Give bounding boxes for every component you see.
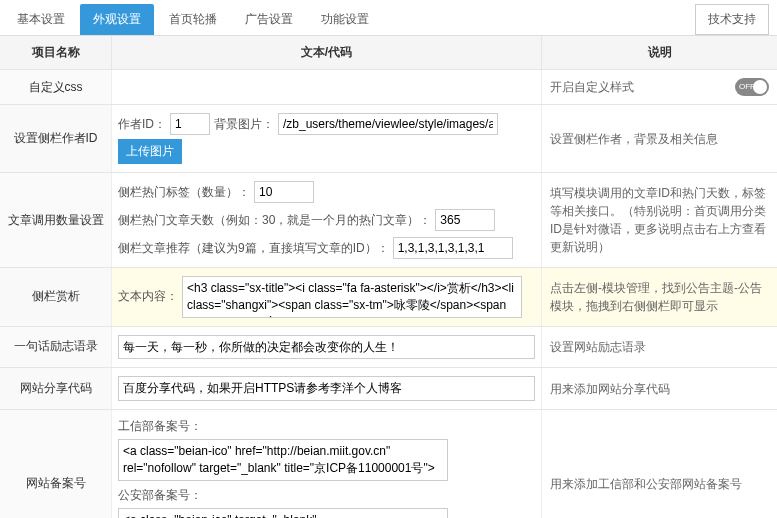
row-author-id: 设置侧栏作者ID 作者ID： 背景图片： 上传图片 设置侧栏作者，背景及相关信息 (0, 105, 777, 173)
label-quote: 一句话励志语录 (0, 327, 112, 368)
header-name: 项目名称 (0, 36, 112, 69)
label-author-id: 设置侧栏作者ID (0, 105, 112, 172)
textarea-quote[interactable] (118, 335, 535, 360)
tab-ads[interactable]: 广告设置 (232, 4, 306, 35)
label-sidebar-sx: 侧栏赏析 (0, 268, 112, 326)
desc-sidebar-sx: 点击左侧-模块管理，找到公告主题-公告模块，拖拽到右侧侧栏即可显示 (542, 268, 777, 326)
label-share-code: 网站分享代码 (0, 368, 112, 409)
input-bg-image[interactable] (278, 113, 498, 135)
tab-bar: 基本设置 外观设置 首页轮播 广告设置 功能设置 技术支持 (0, 0, 777, 36)
upload-image-button[interactable]: 上传图片 (118, 139, 182, 164)
label-author-id-field: 作者ID： (118, 116, 166, 133)
desc-article-count: 填写模块调用的文章ID和热门天数，标签等相关接口。（特别说明：首页调用分类ID是… (542, 173, 777, 267)
row-custom-css: 自定义css 开启自定义样式 OFF (0, 70, 777, 105)
tab-functions[interactable]: 功能设置 (308, 4, 382, 35)
row-beian: 网站备案号 工信部备案号： 公安部备案号： 用来添加工信部和公安部网站备案号 (0, 410, 777, 518)
desc-beian: 用来添加工信部和公安部网站备案号 (542, 410, 777, 518)
tech-support-button[interactable]: 技术支持 (695, 4, 769, 35)
row-sidebar-sx: 侧栏赏析 文本内容： 点击左侧-模块管理，找到公告主题-公告模块，拖拽到右侧侧栏… (0, 268, 777, 327)
row-article-count: 文章调用数量设置 侧栏热门标签（数量）： 侧栏热门文章天数（例如：30，就是一个… (0, 173, 777, 268)
textarea-gongan[interactable] (118, 508, 448, 518)
label-bg-image: 背景图片： (214, 116, 274, 133)
label-hot-tags: 侧栏热门标签（数量）： (118, 184, 250, 201)
label-sx-text: 文本内容： (118, 288, 178, 305)
header-desc: 说明 (542, 36, 777, 69)
input-author-id[interactable] (170, 113, 210, 135)
desc-author-id: 设置侧栏作者，背景及相关信息 (542, 105, 777, 172)
row-quote: 一句话励志语录 设置网站励志语录 (0, 327, 777, 369)
label-article-count: 文章调用数量设置 (0, 173, 112, 267)
textarea-share[interactable] (118, 376, 535, 401)
textarea-sx[interactable] (182, 276, 522, 318)
label-beian: 网站备案号 (0, 410, 112, 518)
label-gongan: 公安部备案号： (118, 487, 202, 504)
table-header: 项目名称 文本/代码 说明 (0, 36, 777, 70)
label-recommend-ids: 侧栏文章推荐（建议为9篇，直接填写文章的ID）： (118, 240, 389, 257)
header-content: 文本/代码 (112, 36, 542, 69)
tab-appearance[interactable]: 外观设置 (80, 4, 154, 35)
input-recommend-ids[interactable] (393, 237, 513, 259)
label-miit: 工信部备案号： (118, 418, 202, 435)
tab-basic[interactable]: 基本设置 (4, 4, 78, 35)
tab-carousel[interactable]: 首页轮播 (156, 4, 230, 35)
input-hot-days[interactable] (435, 209, 495, 231)
row-share-code: 网站分享代码 用来添加网站分享代码 (0, 368, 777, 410)
label-hot-days: 侧栏热门文章天数（例如：30，就是一个月的热门文章）： (118, 212, 431, 229)
desc-quote: 设置网站励志语录 (542, 327, 777, 368)
input-hot-tags[interactable] (254, 181, 314, 203)
textarea-miit[interactable] (118, 439, 448, 481)
desc-custom-css: 开启自定义样式 (550, 78, 634, 96)
toggle-custom-css[interactable]: OFF (735, 78, 769, 96)
label-custom-css: 自定义css (0, 70, 112, 104)
desc-share-code: 用来添加网站分享代码 (542, 368, 777, 409)
